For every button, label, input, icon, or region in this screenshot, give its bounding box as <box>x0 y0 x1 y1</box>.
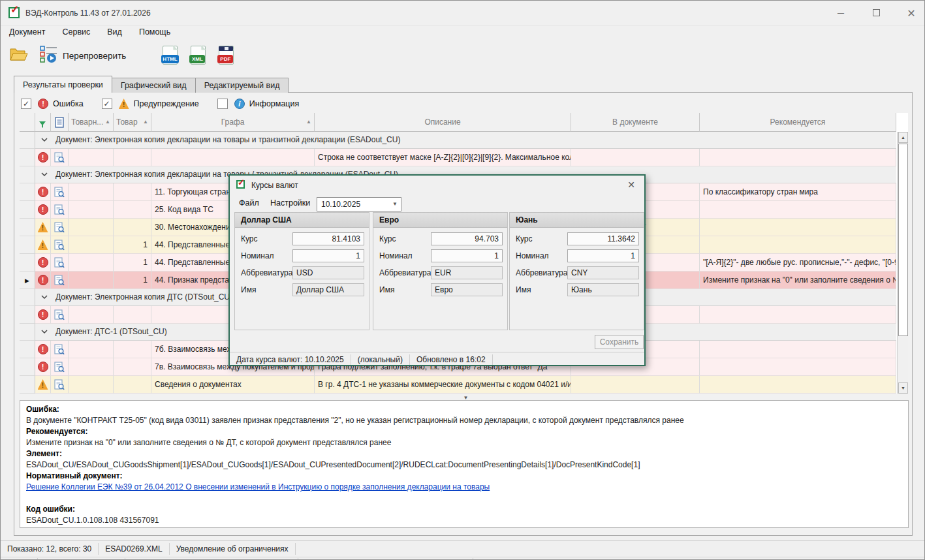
recommended-cell[interactable]: Измените признак на "0" или заполните св… <box>700 272 896 289</box>
recommended-cell[interactable] <box>700 306 896 324</box>
row-selector-cell[interactable] <box>20 324 35 341</box>
header-tovar[interactable]: Товар▲ <box>114 113 151 132</box>
tovar-cell[interactable] <box>114 306 151 324</box>
filter-funnel-icon[interactable] <box>35 113 51 132</box>
row-selector-cell[interactable] <box>20 236 35 254</box>
row-selector-cell[interactable] <box>20 219 35 236</box>
view-document-icon[interactable] <box>51 272 69 289</box>
row-selector-cell[interactable]: ▶ <box>20 272 35 289</box>
recommended-cell[interactable] <box>700 236 896 254</box>
recommended-cell[interactable] <box>700 376 896 394</box>
recommended-cell[interactable] <box>700 341 896 358</box>
in-document-cell[interactable] <box>571 376 700 394</box>
save-button[interactable]: Сохранить <box>595 335 644 349</box>
tovarn-cell[interactable] <box>69 149 114 166</box>
chevron-down-icon[interactable] <box>41 324 48 340</box>
table-row[interactable]: !Сведения о документахВ гр. 4 ДТС-1 не у… <box>20 376 896 394</box>
tovarn-cell[interactable] <box>69 236 114 254</box>
menu-document[interactable]: Документ <box>1 25 54 40</box>
row-selector-cell[interactable] <box>20 201 35 219</box>
scroll-down-button[interactable]: ▼ <box>898 382 908 394</box>
vertical-scrollbar[interactable]: ▲ ▼ <box>897 132 908 394</box>
eur-nominal-input[interactable]: 1 <box>431 249 503 262</box>
tab-graphic-view[interactable]: Графический вид <box>112 78 196 93</box>
dialog-menu-file[interactable]: Файл <box>239 198 259 208</box>
row-selector-cell[interactable] <box>20 132 35 149</box>
status-restrictions-notice[interactable]: Уведомление об ограничениях <box>170 543 296 555</box>
recommended-cell[interactable]: "[А-Я]{2}"- две любые рус. прописные,"-"… <box>700 254 896 272</box>
group-row[interactable]: Документ: Электронная копия декларации н… <box>20 132 896 149</box>
view-document-icon[interactable] <box>51 376 69 394</box>
tovarn-cell[interactable] <box>69 183 114 201</box>
description-cell[interactable]: Строка не соответствует маске [A-Z]{2}|[… <box>315 149 571 166</box>
view-document-icon[interactable] <box>51 306 69 324</box>
tovarn-cell[interactable] <box>69 201 114 219</box>
tovar-cell[interactable] <box>114 376 151 394</box>
tovar-cell[interactable]: 1 <box>114 236 151 254</box>
header-recommended[interactable]: Рекомендуется <box>700 113 896 132</box>
chevron-down-icon[interactable] <box>41 166 48 183</box>
view-document-icon[interactable] <box>51 236 69 254</box>
view-document-icon[interactable] <box>51 219 69 236</box>
row-selector-cell[interactable] <box>20 183 35 201</box>
view-document-icon[interactable] <box>51 358 69 376</box>
open-folder-icon[interactable] <box>10 46 28 65</box>
view-document-icon[interactable] <box>51 183 69 201</box>
view-document-icon[interactable] <box>51 201 69 219</box>
dialog-menu-settings[interactable]: Настройки <box>270 198 310 208</box>
usd-nominal-input[interactable]: 1 <box>292 249 364 262</box>
in-document-cell[interactable] <box>571 149 700 166</box>
table-row[interactable]: !Строка не соответствует маске [A-Z]{2}|… <box>20 149 896 166</box>
dialog-close-icon[interactable]: ✕ <box>627 179 635 190</box>
description-cell[interactable]: В гр. 4 ДТС-1 не указаны коммерческие до… <box>315 376 571 394</box>
tab-check-results[interactable]: Результаты проверки <box>14 76 112 93</box>
grafa-cell[interactable]: Сведения о документах <box>151 376 315 394</box>
view-document-icon[interactable] <box>51 341 69 358</box>
tovar-cell[interactable] <box>114 149 151 166</box>
cny-rate-input[interactable]: 11.3642 <box>567 232 639 245</box>
cny-nominal-input[interactable]: 1 <box>567 249 639 262</box>
export-html-icon[interactable]: HTML <box>161 46 179 66</box>
tovarn-cell[interactable] <box>69 219 114 236</box>
recommended-cell[interactable] <box>700 201 896 219</box>
document-list-icon[interactable] <box>51 113 69 132</box>
tovar-cell[interactable] <box>114 219 151 236</box>
tovar-cell[interactable]: 1 <box>114 254 151 272</box>
group-header[interactable]: Документ: Электронная копия декларации н… <box>35 132 896 149</box>
chevron-down-icon[interactable] <box>41 289 48 305</box>
minimize-button[interactable]: ─ <box>834 8 847 18</box>
recommended-cell[interactable]: По классификатору стран мира <box>700 183 896 201</box>
recommended-cell[interactable] <box>700 358 896 376</box>
scroll-up-button[interactable]: ▲ <box>898 132 908 143</box>
tovarn-cell[interactable] <box>69 341 114 358</box>
chevron-down-icon[interactable] <box>41 132 48 148</box>
tovarn-cell[interactable] <box>69 272 114 289</box>
tovarn-cell[interactable] <box>69 254 114 272</box>
header-in-document[interactable]: В документе <box>571 113 700 132</box>
header-grafa[interactable]: Графа▲ <box>151 113 315 132</box>
eur-rate-input[interactable]: 94.703 <box>431 232 503 245</box>
row-selector-cell[interactable] <box>20 341 35 358</box>
row-selector-cell[interactable] <box>20 149 35 166</box>
rate-date-select[interactable]: 10.10.2025 ▼ <box>317 197 401 211</box>
warning-filter-checkbox[interactable]: ✓ <box>102 99 112 109</box>
tovar-cell[interactable] <box>114 341 151 358</box>
row-selector-cell[interactable] <box>20 358 35 376</box>
row-selector-cell[interactable] <box>20 166 35 183</box>
info-filter-checkbox[interactable] <box>217 99 228 109</box>
recommended-cell[interactable] <box>700 219 896 236</box>
tovar-cell[interactable]: 1 <box>114 272 151 289</box>
maximize-button[interactable] <box>870 8 883 18</box>
close-button[interactable]: ✕ <box>905 7 918 20</box>
tab-editable-view[interactable]: Редактируемый вид <box>195 78 289 93</box>
tovarn-cell[interactable] <box>69 376 114 394</box>
tovar-cell[interactable] <box>114 201 151 219</box>
view-document-icon[interactable] <box>51 149 69 166</box>
export-xml-icon[interactable]: XML <box>189 46 207 66</box>
row-selector-cell[interactable] <box>20 254 35 272</box>
menu-view[interactable]: Вид <box>99 25 131 40</box>
tovarn-cell[interactable] <box>69 306 114 324</box>
row-selector-cell[interactable] <box>20 376 35 394</box>
tovarn-cell[interactable] <box>69 358 114 376</box>
header-tovarn[interactable]: Товарн...▲ <box>69 113 114 132</box>
